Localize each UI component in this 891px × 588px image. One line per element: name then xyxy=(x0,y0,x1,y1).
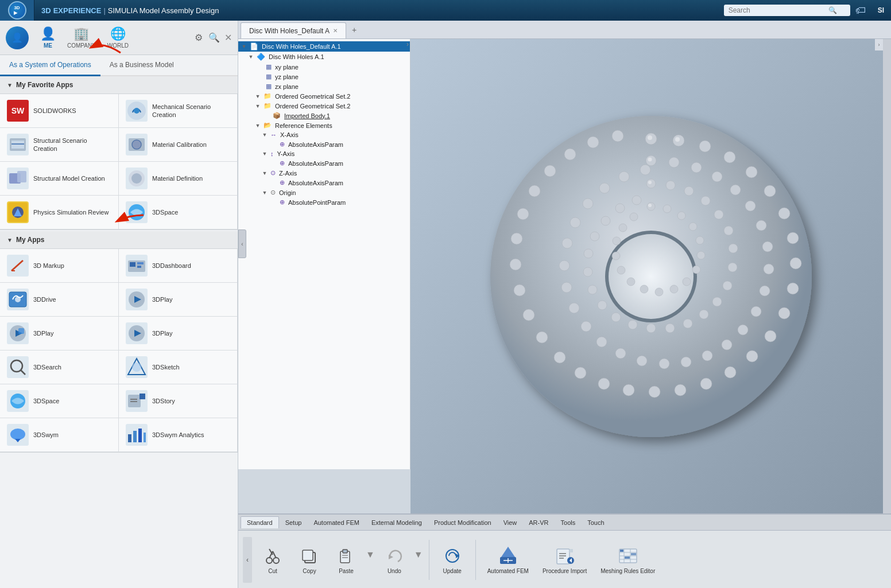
tree-node-imported[interactable]: 📦 Imported Body.1 xyxy=(238,111,410,120)
toolbar-scroll-left[interactable]: ‹ xyxy=(243,537,252,583)
toolbar-tab-automated-fem[interactable]: Automated FEM xyxy=(308,517,365,528)
meshing-rules-label: Meshing Rules Editor xyxy=(601,568,655,574)
tree-node-origin-param[interactable]: ⊕ AbsolutePointParam xyxy=(238,197,410,207)
toolbar-automated-fem-button[interactable]: Automated FEM xyxy=(482,542,534,578)
company-button[interactable]: 🏢 COMPANY xyxy=(67,26,96,49)
app-physics-sim[interactable]: Physics Simulation Review xyxy=(0,196,119,229)
app-3dplay2[interactable]: 3DPlay xyxy=(0,317,119,351)
tree-node-zx[interactable]: ▦ zx plane xyxy=(238,81,410,91)
tag-icon[interactable]: 🏷 xyxy=(850,0,871,21)
svg-point-137 xyxy=(696,236,704,244)
app-3dsearch[interactable]: 3DSearch xyxy=(0,351,119,384)
app-3dplay1[interactable]: 3DPlay xyxy=(119,283,238,317)
user-button[interactable]: SI xyxy=(871,6,891,14)
main-tab-disc[interactable]: Disc With Holes_Default A ✕ xyxy=(241,22,346,38)
app-3dstory[interactable]: 3DStory xyxy=(119,384,238,418)
search-icon: 🔍 xyxy=(828,6,837,14)
toolbar-tab-standard[interactable]: Standard xyxy=(241,516,279,528)
tree-node-ref-elems[interactable]: ▼ 📂 Reference Elements xyxy=(238,120,410,130)
app-3ddrive[interactable]: 3DDrive xyxy=(0,283,119,317)
toolbar-meshing-rules-button[interactable]: Meshing Rules Editor xyxy=(595,542,661,578)
tab-close-icon[interactable]: ✕ xyxy=(333,28,338,34)
avatar[interactable]: 👤 xyxy=(6,26,29,49)
svg-point-147 xyxy=(613,237,621,245)
toolbar-procedure-import-button[interactable]: Procedure Import xyxy=(537,542,592,578)
world-button[interactable]: 🌐 WORLD xyxy=(107,26,129,49)
tree-icon-zx: ▦ xyxy=(266,83,272,90)
toolbar-tab-setup[interactable]: Setup xyxy=(280,517,308,528)
toolbar-paste-button[interactable]: Paste xyxy=(329,542,363,578)
tree-node-ogs1[interactable]: ▼ 📁 Ordered Geometrical Set.2 xyxy=(238,91,410,101)
tree-node-yz[interactable]: ▦ yz plane xyxy=(238,72,410,81)
toolbar-tab-ar-vr[interactable]: AR-VR xyxy=(523,517,554,528)
svg-point-151 xyxy=(675,137,680,142)
toolbar-tab-tools[interactable]: Tools xyxy=(555,517,582,528)
settings-icon[interactable]: ⚙ xyxy=(195,32,203,43)
viewport-scrollbar[interactable] xyxy=(883,39,891,513)
svg-point-110 xyxy=(666,181,675,190)
tree-node-origin[interactable]: ▼ ⊙ Origin xyxy=(238,188,410,197)
app-3dspace[interactable]: 3DSpace xyxy=(119,196,238,229)
compass-icon: 3D▶ xyxy=(8,1,26,20)
app-3dplay3[interactable]: 3DPlay xyxy=(119,317,238,351)
toolbar-copy-button[interactable]: Copy xyxy=(292,542,327,578)
app-3dspace2[interactable]: 3DSpace xyxy=(0,384,119,418)
main-tab-label: Disc With Holes_Default A xyxy=(249,27,330,35)
tab-system-operations[interactable]: As a System of Operations xyxy=(0,55,100,76)
app-material-calibration[interactable]: Material Calibration xyxy=(119,128,238,162)
tab-business-model[interactable]: As a Business Model xyxy=(100,55,183,76)
app-3ddashboard[interactable]: 3DDashboard xyxy=(119,249,238,283)
panel-collapse-handle[interactable]: ‹ xyxy=(238,229,246,258)
svg-rect-187 xyxy=(620,550,623,552)
panel-search-icon[interactable]: 🔍 xyxy=(208,32,220,43)
toolbar-tab-product-modification[interactable]: Product Modification xyxy=(428,517,497,528)
app-material-definition[interactable]: Material Definition xyxy=(119,162,238,196)
tree-node-yaxis-param[interactable]: ⊕ AbsoluteAxisParam xyxy=(238,158,410,168)
toolbar-tab-external-modeling[interactable]: External Modeling xyxy=(366,517,428,528)
tree-node-zaxis-param[interactable]: ⊕ AbsoluteAxisParam xyxy=(238,178,410,188)
tree-collapse-icon[interactable]: › xyxy=(406,40,409,48)
paste-dropdown-arrow[interactable]: ▼ xyxy=(366,550,375,560)
svg-point-96 xyxy=(637,356,647,366)
svg-point-51 xyxy=(724,151,735,163)
my-apps-section[interactable]: ▼ My Apps xyxy=(0,231,238,249)
svg-point-128 xyxy=(584,249,593,258)
me-button[interactable]: 👤 ME xyxy=(40,26,56,49)
app-3dmarkup[interactable]: 3D Markup xyxy=(0,249,119,283)
close-panel-button[interactable]: ✕ xyxy=(224,32,232,43)
tree-node-zaxis[interactable]: ▼ ⊙ Z-Axis xyxy=(238,168,410,178)
tree-node-disc-a1[interactable]: ▼ 🔷 Disc With Holes A.1 xyxy=(238,52,410,62)
viewport-fold-button[interactable]: › xyxy=(875,39,883,50)
svg-point-93 xyxy=(702,351,712,361)
app-3dsketch[interactable]: 3DSketch xyxy=(119,351,238,384)
copy-icon xyxy=(299,546,320,566)
toolbar-cut-button[interactable]: Cut xyxy=(255,542,290,578)
compass-button[interactable]: 3D▶ xyxy=(0,0,34,21)
toolbar-tab-view[interactable]: View xyxy=(498,517,523,528)
app-solidworks[interactable]: SW SOLIDWORKS xyxy=(0,94,119,128)
tree-node-xy[interactable]: ▦ xy plane xyxy=(238,62,410,72)
3d-viewport[interactable] xyxy=(410,39,891,513)
tree-node-xaxis-param[interactable]: ⊕ AbsoluteAxisParam xyxy=(238,139,410,149)
toolbar-tab-touch[interactable]: Touch xyxy=(582,517,610,528)
svg-point-132 xyxy=(632,196,641,205)
tree-node-xaxis[interactable]: ▼ ↔ X-Axis xyxy=(238,130,410,139)
search-input[interactable] xyxy=(729,6,826,14)
app-3dswym[interactable]: 3DSwym xyxy=(0,418,119,452)
svg-point-140 xyxy=(683,278,691,286)
app-structural-scenario[interactable]: Structural Scenario Creation xyxy=(0,128,119,162)
favorite-apps-section[interactable]: ▼ My Favorite Apps xyxy=(0,76,238,94)
svg-point-120 xyxy=(683,319,692,328)
automated-fem-icon xyxy=(498,546,518,566)
app-mechanical-scenario[interactable]: Mechanical Scenario Creation xyxy=(119,94,238,128)
toolbar-update-button[interactable]: Update xyxy=(435,542,470,578)
app-structural-model[interactable]: Structural Model Creation xyxy=(0,162,119,196)
tree-node-disc-default[interactable]: ▼ 📄 Disc With Holes_Default A.1 xyxy=(238,41,410,52)
toolbar-undo-button[interactable]: Undo xyxy=(377,542,412,578)
app-3dswym-analytics[interactable]: 3DSwym Analytics xyxy=(119,418,238,452)
tree-node-ogs2[interactable]: ▼ 📁 Ordered Geometrical Set.2 xyxy=(238,101,410,111)
tab-add-button[interactable]: + xyxy=(346,25,362,34)
tree-node-yaxis[interactable]: ▼ ↕ Y-Axis xyxy=(238,149,410,158)
undo-dropdown-arrow[interactable]: ▼ xyxy=(414,550,423,560)
svg-point-56 xyxy=(790,258,801,269)
